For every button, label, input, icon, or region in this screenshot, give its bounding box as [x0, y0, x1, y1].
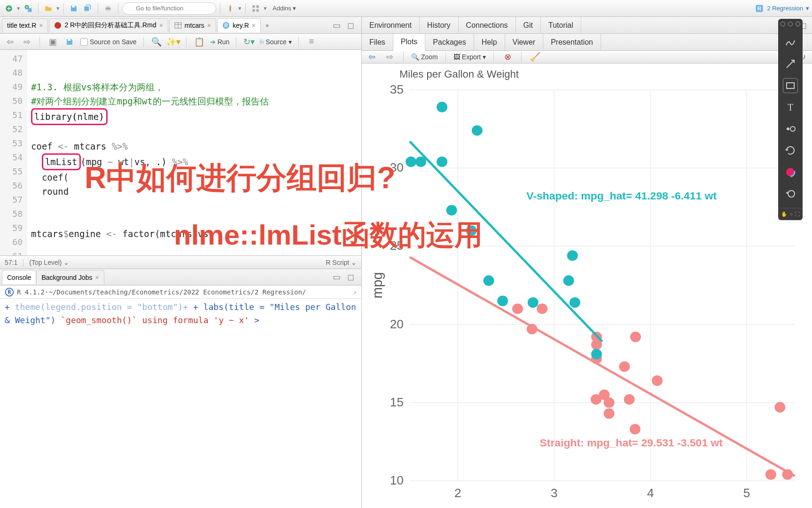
find-icon[interactable]: 🔍	[150, 36, 163, 48]
tab-environment[interactable]: Environment	[362, 17, 420, 34]
save-icon[interactable]	[63, 36, 76, 48]
svg-point-14	[55, 22, 61, 29]
tab-packages[interactable]: Packages	[425, 34, 474, 51]
svg-text:15: 15	[390, 396, 404, 409]
svg-point-52	[619, 361, 630, 372]
arrow-icon[interactable]	[783, 56, 798, 71]
next-plot-icon[interactable]: ⇨	[383, 51, 396, 63]
rectangle-icon[interactable]	[783, 78, 798, 93]
counter-icon[interactable]	[783, 121, 798, 136]
svg-point-46	[537, 303, 547, 314]
zoom-button[interactable]: 🔍 Zoom	[411, 53, 438, 61]
show-in-new-window-icon[interactable]: ▣	[47, 36, 59, 48]
new-file-icon[interactable]	[3, 2, 15, 15]
svg-point-56	[774, 402, 785, 413]
save-all-icon[interactable]	[82, 2, 94, 15]
tab-rmd[interactable]: 2 R中的回归分析基础工具.Rmd×	[49, 18, 168, 32]
svg-rect-8	[252, 5, 255, 8]
tab-presentation[interactable]: Presentation	[543, 34, 601, 51]
open-file-icon[interactable]	[42, 2, 55, 15]
tab-files[interactable]: Files	[362, 34, 393, 51]
svg-text:30: 30	[390, 161, 404, 174]
remove-plot-icon[interactable]: ⊗	[501, 51, 514, 63]
svg-point-61	[527, 324, 538, 334]
tab-connections[interactable]: Connections	[459, 17, 516, 34]
undo-icon[interactable]	[783, 186, 798, 201]
cursor-position: 57:1	[5, 259, 17, 266]
svg-point-58	[591, 394, 601, 405]
clear-plots-icon[interactable]: 🧹	[529, 51, 541, 63]
close-icon[interactable]: ×	[207, 22, 211, 29]
tab-help[interactable]: Help	[474, 34, 505, 51]
svg-rect-6	[106, 9, 110, 11]
freehand-icon[interactable]	[783, 35, 798, 50]
tab-plots[interactable]: Plots	[393, 34, 426, 51]
rerun-icon[interactable]: ↻▾	[243, 36, 255, 48]
tab-tutorial[interactable]: Tutorial	[541, 17, 581, 34]
close-icon[interactable]: ×	[252, 22, 256, 29]
text-icon[interactable]: T	[783, 100, 798, 115]
minimize-icon[interactable]: ▭	[330, 19, 343, 32]
minimize-icon[interactable]: ▭	[330, 271, 343, 283]
scope-selector[interactable]: (Top Level) ⌄	[29, 259, 69, 266]
svg-point-75	[591, 349, 602, 359]
maximize-icon[interactable]: ◻	[344, 19, 357, 32]
export-button[interactable]: 🖼 Export ▾	[453, 53, 486, 61]
source-on-save-checkbox[interactable]: Source on Save	[80, 38, 137, 46]
maximize-icon[interactable]: ◻	[344, 271, 357, 283]
save-icon[interactable]	[68, 2, 80, 15]
main-toolbar: ▾ ▾ ↗ ▾ ▾ Addins ▾ R 2 Regression ▾	[0, 0, 812, 17]
close-icon[interactable]: ×	[39, 22, 43, 29]
file-type-selector[interactable]: R Script ⌄	[326, 259, 357, 266]
tab-viewer[interactable]: Viewer	[505, 34, 544, 51]
tab-background-jobs[interactable]: Background Jobs×	[36, 270, 104, 284]
tab-mtcars[interactable]: mtcars×	[169, 18, 216, 32]
tab-history[interactable]: History	[420, 17, 459, 34]
svg-point-60	[630, 332, 641, 342]
goto-input[interactable]	[122, 2, 216, 15]
run-button[interactable]: ➔Run	[210, 38, 230, 46]
svg-rect-3	[72, 6, 75, 8]
forward-icon[interactable]: ⇨	[21, 36, 33, 48]
svg-rect-2	[28, 8, 31, 12]
close-icon[interactable]: ×	[159, 22, 163, 29]
close-icon[interactable]: ×	[95, 274, 99, 281]
svg-text:V-shaped: mpg_hat= 41.298 -6.4: V-shaped: mpg_hat= 41.298 -6.411 wt	[526, 190, 717, 202]
wand-icon[interactable]: ✨▾	[167, 36, 180, 48]
project-menu[interactable]: R 2 Regression ▾	[755, 4, 809, 13]
tools-icon[interactable]	[224, 2, 236, 15]
svg-point-65	[570, 297, 580, 308]
color-picker-icon[interactable]	[783, 165, 798, 180]
svg-text:5: 5	[743, 487, 750, 500]
source-button[interactable]: ⎘Source ▾	[260, 38, 291, 46]
back-icon[interactable]: ⇦	[4, 36, 16, 48]
prev-plot-icon[interactable]: ⇦	[366, 51, 378, 63]
svg-text:25: 25	[390, 239, 404, 253]
svg-rect-10	[252, 9, 255, 11]
svg-point-71	[497, 296, 508, 306]
tab-git[interactable]: Git	[516, 17, 541, 34]
tab-title-text[interactable]: title text.R×	[2, 18, 48, 32]
svg-point-81	[787, 127, 789, 130]
refresh-icon[interactable]	[783, 143, 798, 158]
svg-point-66	[567, 250, 578, 261]
outline-icon[interactable]: ≡	[305, 36, 318, 48]
tab-key[interactable]: R key.R×	[217, 18, 261, 32]
tab-overflow-icon[interactable]: »	[262, 22, 273, 29]
annotation-toolbar[interactable]: T ✋○⛶	[778, 19, 803, 220]
notebook-icon[interactable]: 📋	[193, 36, 205, 48]
grid-icon[interactable]	[250, 2, 262, 15]
svg-point-73	[466, 225, 477, 236]
tab-console[interactable]: Console	[2, 270, 36, 284]
svg-point-53	[624, 394, 635, 405]
editor-toolbar: ⇦ ⇨ ▣ Source on Save 🔍 ✨▾ 📋 ➔Run ↻▾ ⎘Sou…	[0, 34, 361, 50]
console-output[interactable]: + theme(legend.position = "bottom")+ + l…	[0, 299, 361, 508]
addins-menu[interactable]: Addins ▾	[269, 5, 300, 12]
code-editor[interactable]: 4748495051525354555657585960616263 #1.3.…	[0, 50, 361, 255]
svg-point-68	[472, 125, 483, 135]
plot-title: Miles per Gallon & Weight	[399, 68, 803, 80]
svg-point-72	[446, 205, 457, 215]
new-project-icon[interactable]	[22, 2, 34, 15]
print-icon[interactable]	[102, 2, 114, 15]
svg-rect-11	[257, 9, 259, 11]
